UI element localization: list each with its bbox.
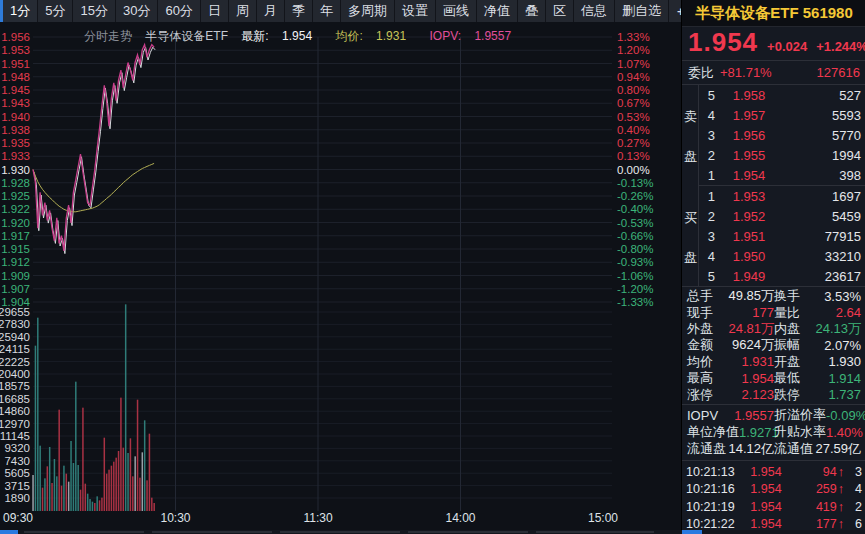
price-axis-label: 1.922 <box>1 203 30 215</box>
period-tab-多周期[interactable]: 多周期 <box>341 0 395 22</box>
pct-axis-label: 1.33% <box>617 31 650 43</box>
toolbar-button-删自选[interactable]: 删自选 <box>615 0 669 22</box>
stats-grid: 总手49.85万换手3.53%现手177量比2.64外盘24.81万内盘24.1… <box>682 287 865 404</box>
pct-axis-label: 0.40% <box>617 124 650 136</box>
stat-label: 流通盘 <box>687 440 726 458</box>
bid-row[interactable]: 51.94923617 <box>699 266 865 286</box>
tick-volume: 259↑ <box>790 482 844 496</box>
stat-label: 内盘 <box>774 320 800 338</box>
stat-value: 1.931 <box>713 354 774 369</box>
stat-label: 均价 <box>687 353 713 371</box>
ask-row[interactable]: 41.9575593 <box>699 105 865 125</box>
period-tab-15分[interactable]: 15分 <box>73 0 115 22</box>
price-axis-label: 1.920 <box>1 217 30 229</box>
volume-bar <box>127 453 129 511</box>
trading-app: 1分5分15分30分60分日周月季年多周期设置画线 净值叠区信息删自选+—→| … <box>0 0 865 534</box>
ask-price[interactable]: 1.958 <box>715 88 783 103</box>
pct-axis-label: -0.80% <box>617 243 653 255</box>
symbol-title: 半导体设备ETF 561980 <box>682 0 865 27</box>
period-tab-设置[interactable]: 设置 <box>395 0 436 22</box>
ask-price[interactable]: 1.957 <box>715 108 783 123</box>
stat-value: 1.737 <box>800 387 861 402</box>
stat-value: 1.914 <box>800 371 861 386</box>
period-tab-月[interactable]: 月 <box>257 0 285 22</box>
pct-axis-label: -0.13% <box>617 177 653 189</box>
ask-level: 2 <box>699 148 715 163</box>
time-axis-label: 09:30 <box>3 511 33 525</box>
period-tab-周[interactable]: 周 <box>229 0 257 22</box>
ask-row[interactable]: 11.954398 <box>699 165 865 185</box>
toolbar-button-叠[interactable]: 叠 <box>518 0 546 22</box>
left-scrollbar-thumb[interactable] <box>0 530 18 534</box>
volume-bar <box>115 458 117 511</box>
volume-bar <box>111 466 113 511</box>
period-tab-年[interactable]: 年 <box>313 0 341 22</box>
period-tab-画线[interactable]: 画线 <box>436 0 477 22</box>
bid-price[interactable]: 1.952 <box>715 209 783 224</box>
pct-axis-label: 1.20% <box>617 44 650 56</box>
volume-bar <box>123 448 125 511</box>
ask-row[interactable]: 31.9565770 <box>699 125 865 145</box>
bid-price[interactable]: 1.953 <box>715 189 783 204</box>
stat-value: 177 <box>713 305 774 320</box>
stat-value: 2.64 <box>800 305 861 320</box>
intraday-chart-panel[interactable]: 分时走势 半导体设备ETF 最新: 1.954 均价: 1.931 IOPV: … <box>0 22 681 530</box>
ask-price[interactable]: 1.955 <box>715 148 783 163</box>
stat-label: 金额 <box>687 336 713 354</box>
price-axis-label: 1.928 <box>1 177 30 189</box>
ask-price[interactable]: 1.954 <box>715 168 783 183</box>
stat-label: 涨停 <box>687 386 713 404</box>
ask-price[interactable]: 1.956 <box>715 128 783 143</box>
price-axis-label: 1.938 <box>1 124 30 136</box>
tick-price: 1.954 <box>742 465 790 479</box>
stat-value: 9624万 <box>713 336 774 354</box>
pct-axis-label: 1.07% <box>617 58 650 70</box>
volume-axis-label: 29655 <box>0 306 30 318</box>
toolbar-button-净值[interactable]: 净值 <box>477 0 518 22</box>
toolbar-button-信息[interactable]: 信息 <box>574 0 615 22</box>
volume-bar <box>146 480 148 511</box>
stat-row: 金额9624万振幅2.07% <box>687 337 861 353</box>
book-side-char: 卖 <box>684 108 697 126</box>
tick-list[interactable]: 10:21:131.95494↑310:21:161.954259↑410:21… <box>682 460 865 533</box>
price-axis-label: 1.925 <box>1 190 30 202</box>
price-axis-label: 1.948 <box>1 71 30 83</box>
price-axis-label: 1.915 <box>1 243 30 255</box>
ask-level: 4 <box>699 108 715 123</box>
volume-bar <box>125 304 127 511</box>
period-tab-季[interactable]: 季 <box>285 0 313 22</box>
ask-row[interactable]: 51.958527 <box>699 85 865 105</box>
toolbar-button-区[interactable]: 区 <box>546 0 574 22</box>
intraday-chart-canvas[interactable]: 1.9561.33%1.9531.20%1.9511.07%1.9480.94%… <box>0 22 681 530</box>
pct-axis-label: -0.66% <box>617 230 653 242</box>
volume-bar <box>61 486 63 511</box>
period-tab-60分[interactable]: 60分 <box>158 0 200 22</box>
bid-row[interactable]: 31.95177915 <box>699 226 865 246</box>
bid-price[interactable]: 1.949 <box>715 269 783 284</box>
volume-axis-label: 11145 <box>0 430 30 442</box>
volume-bar <box>82 408 84 511</box>
stat-value: 24.81万 <box>713 320 774 338</box>
price-axis-label: 1.951 <box>1 58 30 70</box>
bid-row[interactable]: 21.9525459 <box>699 206 865 226</box>
stat-row: IOPV1.9557折溢价率-0.09% <box>687 407 861 424</box>
ask-row[interactable]: 21.9551994 <box>699 145 865 165</box>
volume-axis-label: 3715 <box>4 480 30 492</box>
period-tab-30分[interactable]: 30分 <box>116 0 158 22</box>
bid-price[interactable]: 1.951 <box>715 229 783 244</box>
iopv-label: IOPV: 1.9557 <box>429 29 521 43</box>
bid-row[interactable]: 41.95033210 <box>699 246 865 266</box>
right-scrollbar-thumb[interactable] <box>682 530 702 534</box>
period-tab-5分[interactable]: 5分 <box>38 0 73 22</box>
bid-row[interactable]: 11.9531697 <box>699 186 865 206</box>
bid-price[interactable]: 1.950 <box>715 249 783 264</box>
volume-bar <box>89 499 91 511</box>
volume-axis-label: 22225 <box>0 356 30 368</box>
pct-axis-label: 0.53% <box>617 111 650 123</box>
volume-bar <box>134 456 136 511</box>
stat-value: -0.09% <box>826 408 865 423</box>
period-tab-1分[interactable]: 1分 <box>0 0 38 22</box>
bid-level: 5 <box>699 269 715 284</box>
volume-bar <box>32 475 34 511</box>
period-tab-日[interactable]: 日 <box>201 0 229 22</box>
